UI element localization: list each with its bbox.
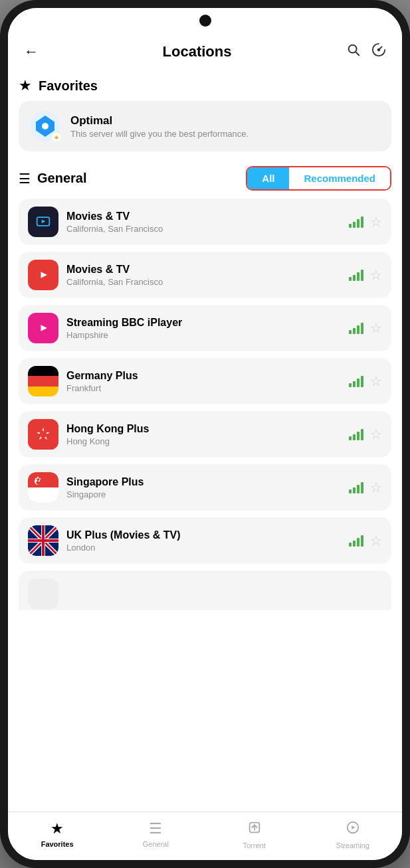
signal-bar-4	[361, 482, 363, 493]
phone-screen: ← Locations	[8, 8, 402, 860]
signal-bars	[349, 322, 363, 334]
nav-item-torrent[interactable]: Torrent	[205, 818, 304, 852]
favorites-header: ★ Favorites	[19, 69, 391, 101]
location-icon-partial	[28, 578, 58, 609]
location-sub: California, San Francisco	[66, 224, 341, 234]
nav-item-streaming[interactable]: Streaming	[304, 818, 402, 852]
header-icons	[346, 43, 386, 61]
location-info: Streaming BBC iPlayer Hampshire	[66, 317, 341, 340]
signal-bar-1	[349, 383, 352, 387]
location-item[interactable]: Singapore Plus Singapore ☆	[19, 464, 391, 511]
signal-bar-2	[353, 434, 356, 440]
favorites-nav-icon: ★	[51, 820, 64, 837]
signal-bar-2	[353, 487, 356, 493]
location-sub: Frankfurt	[66, 383, 341, 393]
nav-item-favorites[interactable]: ★ Favorites	[8, 818, 106, 852]
optimal-icon: ★	[29, 110, 61, 142]
signal-bar-3	[357, 379, 359, 387]
optimal-title: Optimal	[70, 114, 249, 128]
location-sub: Hong Kong	[66, 436, 341, 446]
torrent-nav-icon	[247, 820, 262, 839]
signal-bar-2	[353, 275, 356, 281]
location-item[interactable]: Movies & TV California, San Francisco ☆	[19, 199, 391, 245]
svg-point-20	[36, 480, 37, 481]
location-info: Movies & TV California, San Francisco	[66, 264, 341, 287]
signal-bar-2	[353, 381, 356, 387]
location-name: Germany Plus	[66, 370, 341, 382]
partially-visible-item	[19, 570, 391, 610]
location-sub: California, San Francisco	[66, 277, 341, 287]
signal-bars	[349, 428, 363, 440]
location-right: ☆	[349, 426, 382, 442]
location-item[interactable]: Streaming BBC iPlayer Hampshire ☆	[19, 305, 391, 351]
favorite-star-icon[interactable]: ☆	[370, 479, 382, 495]
favorite-star-icon[interactable]: ☆	[370, 320, 382, 336]
favorite-star-icon[interactable]: ☆	[370, 267, 382, 283]
location-icon-flag-sg	[28, 472, 58, 503]
location-item[interactable]: Movies & TV California, San Francisco ☆	[19, 252, 391, 298]
torrent-nav-label: Torrent	[243, 841, 266, 849]
signal-bar-4	[361, 376, 363, 387]
location-item-partial[interactable]	[19, 570, 391, 610]
location-icon-pink-play	[28, 313, 58, 343]
location-info: Germany Plus Frankfurt	[66, 370, 341, 393]
location-icon-flag-hk	[28, 419, 58, 450]
signal-bar-1	[349, 489, 352, 493]
location-icon-flag-de	[28, 366, 58, 396]
location-sub: London	[66, 543, 341, 553]
favorites-nav-label: Favorites	[41, 840, 74, 848]
favorite-star-icon[interactable]: ☆	[370, 373, 382, 389]
svg-point-17	[37, 477, 39, 478]
search-icon[interactable]	[346, 43, 361, 61]
signal-bar-4	[361, 535, 363, 547]
camera-notch	[199, 15, 211, 27]
location-item[interactable]: Hong Kong Plus Hong Kong ☆	[19, 411, 391, 458]
location-name: Singapore Plus	[66, 476, 341, 488]
svg-line-1	[356, 52, 359, 55]
svg-point-2	[378, 49, 380, 51]
signal-bar-1	[349, 436, 352, 440]
location-name: UK Plus (Movies & TV)	[66, 529, 341, 541]
signal-bar-4	[361, 323, 363, 334]
signal-bar-4	[361, 217, 363, 228]
signal-bar-1	[349, 277, 352, 281]
location-info: Hong Kong Plus Hong Kong	[66, 423, 341, 446]
back-button[interactable]: ←	[24, 43, 48, 60]
signal-bars	[349, 375, 363, 387]
general-title: General	[37, 171, 86, 186]
location-info	[66, 593, 382, 594]
phone-frame: ← Locations	[0, 0, 410, 868]
toggle-all-button[interactable]: All	[247, 167, 289, 189]
signal-bar-4	[361, 429, 363, 440]
streaming-nav-icon	[346, 820, 360, 839]
signal-bar-4	[361, 270, 363, 281]
location-item[interactable]: UK Plus (Movies & TV) London ☆	[19, 517, 391, 564]
location-info: Movies & TV California, San Francisco	[66, 211, 341, 234]
nav-item-general[interactable]: ☰ General	[106, 818, 205, 852]
favorite-star-icon[interactable]: ☆	[370, 214, 382, 230]
signal-bar-2	[353, 328, 356, 334]
location-icon-flag-uk	[28, 525, 58, 556]
toggle-group: All Recommended	[246, 166, 391, 191]
general-nav-label: General	[143, 840, 169, 848]
location-info: Singapore Plus Singapore	[66, 476, 341, 499]
signal-bars	[349, 481, 363, 493]
signal-bar-2	[353, 222, 356, 228]
location-right: ☆	[349, 479, 382, 495]
location-icon-red-play	[28, 260, 58, 290]
location-item[interactable]: Germany Plus Frankfurt ☆	[19, 358, 391, 404]
location-sub: Hampshire	[66, 330, 341, 340]
signal-bars	[349, 216, 363, 228]
svg-point-16	[35, 478, 37, 479]
svg-rect-13	[28, 487, 58, 503]
signal-bars	[349, 535, 363, 547]
favorites-star-icon: ★	[19, 77, 32, 94]
location-sub: Singapore	[66, 489, 341, 499]
speed-icon[interactable]	[371, 43, 386, 61]
favorite-star-icon[interactable]: ☆	[370, 426, 382, 442]
favorites-title: Favorites	[39, 78, 98, 94]
page-title: Locations	[163, 43, 232, 60]
toggle-recommended-button[interactable]: Recommended	[289, 167, 390, 189]
optimal-item[interactable]: ★ Optimal This server will give you the …	[19, 101, 391, 151]
favorite-star-icon[interactable]: ☆	[370, 533, 382, 549]
